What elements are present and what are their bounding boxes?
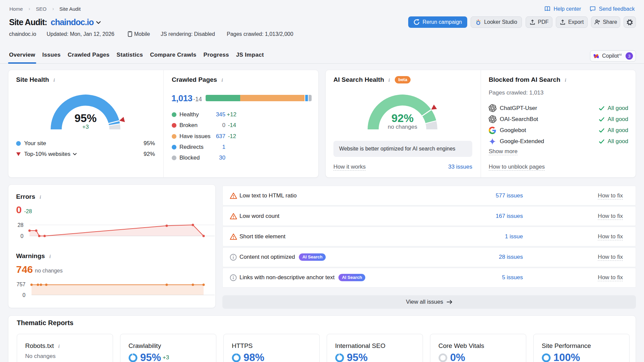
svg-text:0: 0	[20, 233, 23, 239]
svg-text:757: 757	[16, 282, 25, 287]
svg-text:28: 28	[17, 222, 23, 228]
svg-text:0: 0	[22, 292, 25, 298]
